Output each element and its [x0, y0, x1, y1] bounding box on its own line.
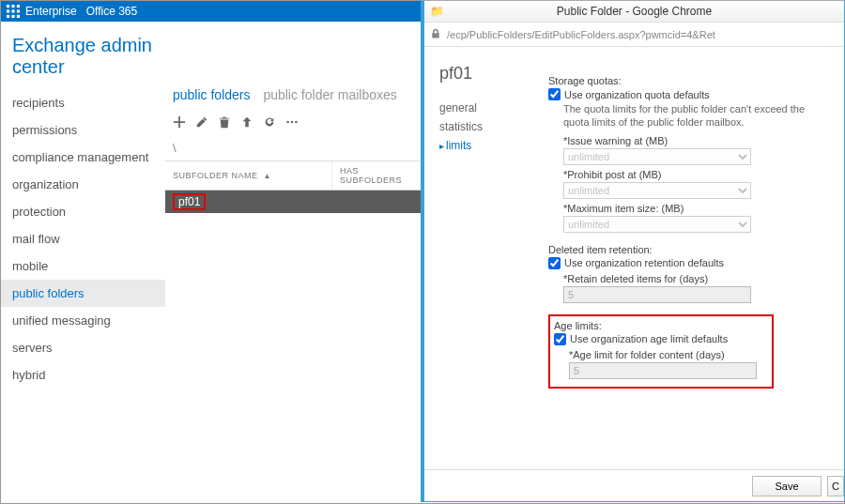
- retention-title: Deleted item retention:: [548, 244, 825, 255]
- feature-nav-item-protection[interactable]: protection: [1, 198, 165, 225]
- grid-header: SUBFOLDER NAME ▲ HAS SUBFOLDERS: [165, 160, 421, 191]
- feature-nav-item-public-folders[interactable]: public folders: [1, 280, 165, 307]
- ellipsis-icon[interactable]: [285, 115, 299, 131]
- edit-right-pane: Storage quotas: Use organization quota d…: [548, 47, 844, 501]
- prohibit-post-select[interactable]: unlimited: [563, 182, 751, 199]
- sort-asc-icon: ▲: [264, 172, 271, 180]
- topbar-enterprise[interactable]: Enterprise: [25, 5, 77, 18]
- svg-rect-3: [7, 9, 9, 12]
- svg-point-11: [295, 121, 298, 124]
- arrow-up-icon[interactable]: [240, 115, 254, 131]
- edit-popup-window: 📁 Public Folder - Google Chrome pf01 gen…: [421, 0, 845, 502]
- eac-title: Exchange admin center: [1, 22, 165, 89]
- use-age-defaults-checkbox[interactable]: [554, 333, 566, 345]
- tab-public-folders[interactable]: public folders: [173, 87, 251, 102]
- feature-nav-item-hybrid[interactable]: hybrid: [1, 361, 165, 389]
- use-retention-defaults-checkbox[interactable]: [548, 257, 561, 269]
- svg-rect-4: [11, 9, 14, 12]
- col-has-subfolders-label: HAS SUBFOLDERS: [340, 166, 402, 185]
- age-limit-input[interactable]: [569, 362, 757, 379]
- popup-footer: Save C: [424, 469, 844, 501]
- quota-hint: The quota limits for the public folder c…: [563, 102, 825, 130]
- svg-rect-5: [17, 9, 20, 12]
- use-retention-defaults-label: Use organization retention defaults: [564, 257, 724, 268]
- lock-icon: [430, 28, 441, 41]
- row-has-cell: [331, 191, 421, 213]
- svg-point-9: [286, 121, 289, 124]
- edit-nav-limits-label: limits: [446, 139, 471, 152]
- age-limits-title: Age limits:: [554, 320, 768, 331]
- storage-quotas-title: Storage quotas:: [548, 75, 825, 86]
- plus-icon[interactable]: [173, 115, 186, 131]
- table-row[interactable]: pf01: [165, 191, 421, 213]
- use-age-defaults-label: Use organization age limit defaults: [570, 333, 728, 344]
- chevron-right-icon: ▸: [439, 141, 444, 151]
- retain-days-input[interactable]: [563, 286, 751, 303]
- popup-body: pf01 generalstatistics▸limits Storage qu…: [424, 47, 844, 501]
- left-column: Exchange admin center recipientspermissi…: [1, 22, 165, 503]
- feature-nav-item-recipients[interactable]: recipients: [1, 89, 165, 116]
- trash-icon[interactable]: [218, 115, 231, 131]
- storage-quotas-section: Storage quotas: Use organization quota d…: [548, 75, 835, 233]
- edit-left-pane: pf01 generalstatistics▸limits: [424, 47, 548, 501]
- svg-rect-0: [7, 5, 9, 8]
- popup-title-text: Public Folder - Google Chrome: [557, 5, 712, 18]
- url-field[interactable]: [447, 29, 838, 40]
- max-item-select[interactable]: unlimited: [563, 216, 751, 233]
- feature-nav-item-mail-flow[interactable]: mail flow: [1, 225, 165, 252]
- edit-nav-statistics-label: statistics: [439, 120, 483, 133]
- svg-rect-1: [11, 5, 14, 8]
- cancel-button[interactable]: C: [827, 476, 844, 496]
- svg-point-10: [291, 121, 294, 124]
- retention-section: Deleted item retention: Use organization…: [548, 244, 835, 303]
- col-subfolder-name-label: SUBFOLDER NAME: [173, 171, 258, 180]
- feature-nav-item-compliance-management[interactable]: compliance management: [1, 144, 165, 171]
- popup-titlebar: 📁 Public Folder - Google Chrome: [424, 1, 844, 23]
- edit-object-title: pf01: [439, 64, 533, 84]
- topbar-office365[interactable]: Office 365: [86, 5, 137, 18]
- svg-rect-7: [11, 15, 14, 18]
- row-pf01-highlight: pf01: [173, 193, 206, 210]
- folder-breadcrumb: \: [165, 139, 421, 160]
- chrome-window-icon: 📁: [430, 5, 444, 18]
- age-limits-section: Age limits: Use organization age limit d…: [548, 314, 835, 389]
- app-launcher-icon[interactable]: [7, 5, 20, 18]
- prohibit-post-label: *Prohibit post at (MB): [563, 169, 825, 180]
- feature-nav-item-mobile[interactable]: mobile: [1, 252, 165, 280]
- retain-days-label: *Retain deleted items for (days): [563, 273, 825, 284]
- use-quota-defaults-checkbox[interactable]: [548, 88, 561, 100]
- edit-nav-general[interactable]: general: [439, 99, 533, 117]
- svg-rect-6: [7, 15, 9, 18]
- issue-warning-label: *Issue warning at (MB): [563, 135, 825, 146]
- edit-nav-general-label: general: [439, 101, 477, 115]
- age-limits-highlight: Age limits: Use organization age limit d…: [548, 314, 774, 389]
- edit-nav-statistics[interactable]: statistics: [439, 117, 533, 136]
- col-subfolder-name[interactable]: SUBFOLDER NAME ▲: [165, 161, 331, 190]
- age-limit-label: *Age limit for folder content (days): [569, 349, 768, 360]
- col-has-subfolders[interactable]: HAS SUBFOLDERS: [331, 161, 421, 190]
- save-button[interactable]: Save: [752, 476, 822, 496]
- address-bar: [424, 23, 844, 47]
- max-item-label: *Maximum item size: (MB): [563, 203, 825, 214]
- tab-links: public folders public folder mailboxes: [165, 87, 421, 112]
- issue-warning-select[interactable]: unlimited: [563, 148, 751, 165]
- refresh-icon[interactable]: [263, 115, 276, 131]
- row-name-cell: pf01: [165, 191, 331, 213]
- center-column: public folders public folder mailboxes \…: [165, 22, 421, 503]
- svg-rect-2: [17, 5, 20, 8]
- feature-nav-item-unified-messaging[interactable]: unified messaging: [1, 307, 165, 334]
- feature-nav: recipientspermissionscompliance manageme…: [1, 89, 165, 389]
- feature-nav-item-permissions[interactable]: permissions: [1, 116, 165, 144]
- edit-nav-limits[interactable]: ▸limits: [439, 136, 533, 155]
- use-quota-defaults-label: Use organization quota defaults: [564, 89, 710, 100]
- pencil-icon[interactable]: [195, 115, 208, 131]
- feature-nav-item-servers[interactable]: servers: [1, 334, 165, 361]
- tab-pf-mailboxes[interactable]: public folder mailboxes: [263, 87, 396, 102]
- svg-rect-8: [17, 15, 20, 18]
- toolbar: [165, 112, 421, 139]
- feature-nav-item-organization[interactable]: organization: [1, 171, 165, 198]
